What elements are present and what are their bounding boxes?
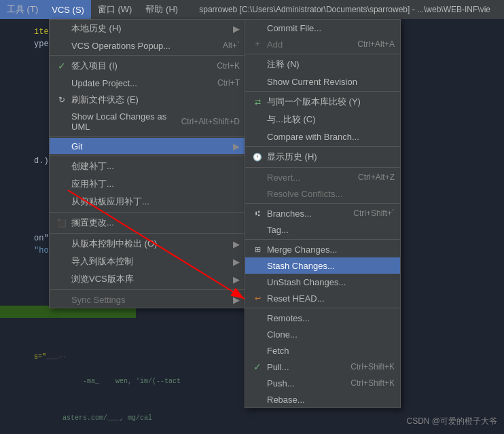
git-rebase[interactable]: Rebase... [245, 391, 400, 408]
vcs-browse-repos[interactable]: 浏览VCS版本库 ▶ [50, 270, 245, 288]
git-commit-file[interactable]: Commit File... [245, 20, 400, 36]
git-show-history[interactable]: 🕐 显示历史 (H) [245, 148, 400, 166]
arrow-right-icon-git: ▶ [233, 141, 240, 151]
git-show-current-revision[interactable]: Show Current Revision [245, 73, 400, 90]
reset-icon: ↩ [251, 294, 264, 303]
git-compare-same-repo[interactable]: ⇄ 与同一个版本库比较 (Y) [245, 93, 400, 111]
separator-6 [50, 289, 245, 290]
menubar: 工具 (T) VCS (S) 窗口 (W) 帮助 (H) sparroweb [… [0, 0, 504, 19]
shelve-icon: ⬛ [55, 219, 69, 228]
menu-help[interactable]: 帮助 (H) [139, 0, 185, 19]
git-sep-6 [245, 239, 400, 240]
git-revert: Revert... Ctrl+Alt+Z [245, 169, 400, 185]
git-sep-4 [245, 167, 400, 168]
git-pull[interactable]: ✓ Pull... Ctrl+Shift+K [245, 359, 400, 375]
git-fetch[interactable]: Fetch [245, 342, 400, 359]
arrow-right-icon: ▶ [233, 24, 240, 34]
git-dropdown: Commit File... + Add Ctrl+Alt+A 注释 (N) S… [245, 19, 401, 408]
check-icon: ✓ [55, 60, 69, 71]
git-clone[interactable]: Clone... [245, 326, 400, 342]
arrow-right-icon-sync: ▶ [233, 295, 240, 305]
vcs-local-history[interactable]: 本地历史 (H) ▶ [50, 20, 245, 37]
vcs-refresh[interactable]: ↻ 刷新文件状态 (E) [50, 91, 245, 109]
app-title: sparroweb [C:\Users\Administrator\Docume… [199, 5, 490, 14]
vcs-dropdown: 本地历史 (H) ▶ VCS Operations Popup... Alt+`… [49, 19, 246, 308]
vcs-apply-patch[interactable]: 应用补丁... [50, 175, 245, 193]
git-reset-head[interactable]: ↩ Reset HEAD... [245, 290, 400, 306]
check-icon-pull: ✓ [251, 361, 264, 372]
menu-window[interactable]: 窗口 (W) [91, 0, 139, 19]
git-push[interactable]: Push... Ctrl+Shift+K [245, 375, 400, 391]
vcs-checkin[interactable]: ✓ 签入项目 (I) Ctrl+K [50, 57, 245, 75]
separator-1 [50, 55, 245, 56]
arrow-right-icon-import: ▶ [233, 257, 240, 267]
refresh-icon: ↻ [55, 95, 69, 105]
vcs-create-patch[interactable]: 创建补丁... [50, 158, 245, 175]
vcs-import[interactable]: 导入到版本控制 ▶ [50, 253, 245, 270]
git-compare-branch[interactable]: Compare with Branch... [245, 128, 400, 145]
git-sep-3 [245, 146, 400, 147]
compare-icon: ⇄ [251, 98, 264, 107]
vcs-show-local-changes-uml[interactable]: Show Local Changes as UML Ctrl+Alt+Shift… [50, 109, 245, 134]
menu-tool[interactable]: 工具 (T) [0, 0, 45, 19]
git-sep-5 [245, 203, 400, 204]
git-remotes[interactable]: Remotes... [245, 310, 400, 326]
vcs-apply-patch-clipboard[interactable]: 从剪贴板应用补丁... [50, 193, 245, 211]
watermark: CSDN @可爱的橙子大爷 [406, 416, 497, 427]
separator-2 [50, 136, 245, 137]
git-sep-7 [245, 308, 400, 308]
vcs-checkout[interactable]: 从版本控制中检出 (O) ▶ [50, 235, 245, 253]
git-branches[interactable]: ⑆ Branches... Ctrl+Shift+` [245, 205, 400, 221]
git-merge-changes[interactable]: ⊞ Merge Changes... [245, 241, 400, 257]
git-compare[interactable]: 与...比较 (C) [245, 111, 400, 128]
vcs-shelve-changes[interactable]: ⬛ 搁置更改... [50, 214, 245, 232]
vcs-operations-popup[interactable]: VCS Operations Popup... Alt+` [50, 37, 245, 54]
vcs-sync-settings: Sync Settings ▶ [50, 291, 245, 308]
branch-icon: ⑆ [251, 209, 264, 217]
arrow-right-icon-browse: ▶ [233, 274, 240, 285]
arrow-right-icon-checkout: ▶ [233, 239, 240, 249]
git-stash-changes[interactable]: Stash Changes... [245, 257, 400, 274]
separator-5 [50, 233, 245, 234]
merge-icon: ⊞ [251, 245, 264, 254]
git-sep-2 [245, 91, 400, 92]
menu-vcs[interactable]: VCS (S) [45, 0, 91, 19]
git-sep-1 [245, 54, 400, 54]
vcs-git-submenu[interactable]: Git ▶ [50, 138, 245, 154]
git-add: + Add Ctrl+Alt+A [245, 36, 400, 52]
vcs-update-project[interactable]: Update Project... Ctrl+T [50, 75, 245, 91]
separator-4 [50, 212, 245, 213]
git-resolve-conflicts: Resolve Conflicts... [245, 185, 400, 202]
git-annotate[interactable]: 注释 (N) [245, 56, 400, 73]
git-unstash-changes[interactable]: UnStash Changes... [245, 274, 400, 290]
clock-icon: 🕐 [251, 153, 264, 162]
git-tag[interactable]: Tag... [245, 221, 400, 238]
separator-3 [50, 156, 245, 156]
